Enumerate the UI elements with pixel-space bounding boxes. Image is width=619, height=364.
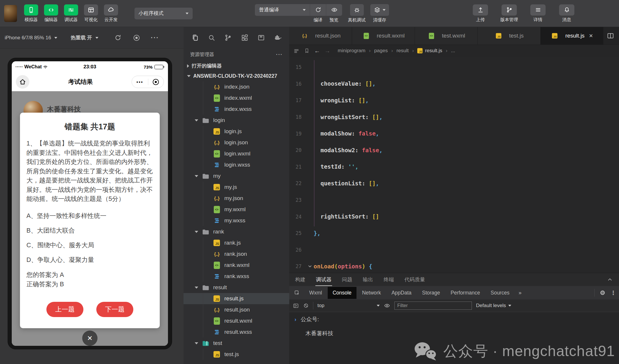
inspect-element-icon[interactable]	[294, 290, 300, 296]
outline-icon[interactable]	[293, 48, 300, 54]
live-expression-icon[interactable]	[384, 302, 390, 309]
tree-item-result.js[interactable]: JSresult.js	[184, 293, 289, 304]
tab-result.js[interactable]: JSresult.js✕	[541, 27, 603, 45]
tree-item-index.wxml[interactable]: <>index.wxml	[184, 92, 289, 104]
breadcrumb-more[interactable]: ...	[451, 48, 455, 54]
devtools-tab-wxml[interactable]: Wxml	[304, 287, 327, 299]
log-levels-select[interactable]: Default levels	[476, 303, 511, 309]
devtools-tab-sources[interactable]: Sources	[486, 287, 514, 299]
device-select[interactable]: iPhone 6/7/8 85% 16	[5, 35, 57, 41]
device-debug-button[interactable]: 真机调试	[348, 4, 366, 23]
forward-icon[interactable]: →	[324, 48, 330, 54]
tree-item-result[interactable]: result	[184, 282, 289, 293]
tree-item-login[interactable]: login	[184, 115, 289, 126]
panel-tab-终端[interactable]: 终端	[384, 276, 394, 283]
clear-console-icon[interactable]	[303, 303, 309, 309]
prev-question-button[interactable]: 上一题	[46, 302, 83, 317]
panel-tab-代码质量[interactable]: 代码质量	[405, 276, 425, 283]
collapse-panel-icon[interactable]	[607, 276, 613, 283]
tree-item-my[interactable]: my	[184, 170, 289, 182]
bookmark-icon[interactable]	[304, 48, 310, 54]
more-options-icon[interactable]: ···	[151, 34, 159, 42]
devtools-tab-performance[interactable]: Performance	[446, 287, 485, 299]
tree-item-login.wxss[interactable]: login.wxss	[184, 159, 289, 170]
tree-item-result.wxml[interactable]: <>result.wxml	[184, 315, 289, 326]
tab-result.wxml[interactable]: <>result.wxml	[352, 27, 415, 45]
visualization-button[interactable]: 可视化	[82, 4, 100, 23]
home-button[interactable]	[16, 75, 29, 89]
extensions-icon[interactable]	[241, 34, 249, 42]
fold-chevron-icon[interactable]	[307, 264, 312, 269]
restart-icon[interactable]	[114, 34, 122, 41]
compile-mode-select[interactable]: 普通编译	[255, 4, 310, 16]
tree-item-rank[interactable]: rank	[184, 226, 289, 237]
panel-toggle-icon[interactable]	[293, 303, 299, 309]
panel-tab-调试器[interactable]: 调试器	[316, 276, 332, 283]
close-modal-button[interactable]: ✕	[82, 331, 97, 346]
tree-item-test[interactable]: test	[184, 338, 289, 349]
container-icon[interactable]	[274, 34, 282, 42]
code-editor[interactable]: 1516 chooseValue: [],17 wrongList: [],18…	[289, 57, 619, 255]
npm-window-icon[interactable]	[257, 34, 265, 42]
tree-item-rank.wxml[interactable]: <>rank.wxml	[184, 260, 289, 271]
tree-item-result.json[interactable]: {..}result.json	[184, 304, 289, 315]
search-icon[interactable]	[208, 34, 216, 42]
tree-item-test.js[interactable]: JStest.js	[184, 349, 289, 360]
debugger-button[interactable]: 调试器	[62, 4, 80, 23]
console-filter-input[interactable]	[394, 302, 472, 310]
back-icon[interactable]: ←	[314, 48, 320, 54]
breadcrumb-item[interactable]: pages	[374, 48, 388, 54]
tab-test.wxml[interactable]: <>test.wxml	[415, 27, 478, 45]
hot-reload-toggle[interactable]: 热重载 开	[71, 34, 98, 41]
upload-button[interactable]: 上传	[470, 4, 491, 23]
breadcrumb-file[interactable]: JSresult.js	[417, 48, 442, 54]
version-button[interactable]: 版本管理	[499, 4, 520, 23]
tree-item-my.wxml[interactable]: <>my.wxml	[184, 204, 289, 215]
panel-tab-问题[interactable]: 问题	[342, 276, 352, 283]
tree-item-index.wxss[interactable]: index.wxss	[184, 104, 289, 115]
details-button[interactable]: 详情	[527, 4, 549, 23]
devtools-settings-icon[interactable]	[599, 289, 606, 296]
tree-item-login.js[interactable]: JSlogin.js	[184, 126, 289, 137]
files-icon[interactable]	[191, 34, 199, 42]
cloud-dev-button[interactable]: 云开发	[102, 4, 120, 23]
compile-button[interactable]	[310, 4, 326, 16]
devtools-tab-console[interactable]: Console	[328, 287, 356, 299]
editor-button[interactable]: 编辑器	[42, 4, 60, 23]
preview-button[interactable]	[326, 4, 342, 16]
tree-item-rank.json[interactable]: {..}rank.json	[184, 248, 289, 260]
close-tab-icon[interactable]: ✕	[589, 33, 593, 39]
breadcrumb-item[interactable]: result	[396, 48, 409, 54]
more-menu-icon[interactable]: •••	[137, 80, 143, 84]
tree-item-my.json[interactable]: {..}my.json	[184, 193, 289, 204]
stop-icon[interactable]	[133, 34, 140, 42]
tree-item-result.wxss[interactable]: result.wxss	[184, 326, 289, 338]
open-editors-section[interactable]: 打开的编辑器	[184, 61, 289, 71]
clear-cache-button[interactable]: 清缓存	[370, 4, 389, 23]
breadcrumb-item[interactable]: miniprogram	[338, 48, 365, 54]
more-tabs-icon[interactable]: »	[515, 290, 525, 296]
tree-item-rank.wxss[interactable]: rank.wxss	[184, 271, 289, 282]
source-control-icon[interactable]	[224, 34, 232, 42]
panel-tab-输出[interactable]: 输出	[363, 276, 373, 283]
explorer-more-icon[interactable]: ···	[276, 52, 283, 57]
tree-item-my.js[interactable]: JSmy.js	[184, 182, 289, 193]
mode-select[interactable]: 小程序模式	[134, 8, 193, 19]
tab-test.js[interactable]: JStest.js	[478, 27, 541, 45]
minimize-icon[interactable]	[153, 79, 159, 85]
user-avatar[interactable]	[4, 5, 17, 22]
tab-result.json[interactable]: {..}result.json	[289, 27, 352, 45]
tree-item-my.wxss[interactable]: my.wxss	[184, 215, 289, 226]
devtools-tab-network[interactable]: Network	[357, 287, 386, 299]
simulator-button[interactable]: 模拟器	[22, 4, 41, 23]
panel-tab-构建[interactable]: 构建	[295, 276, 305, 283]
split-editor-icon[interactable]	[607, 32, 614, 40]
devtools-tab-storage[interactable]: Storage	[417, 287, 445, 299]
next-question-button[interactable]: 下一题	[96, 302, 133, 317]
tree-item-rank.js[interactable]: JSrank.js	[184, 237, 289, 248]
expand-chevron-icon[interactable]: ›	[295, 316, 296, 323]
messages-button[interactable]: 消息	[556, 4, 577, 23]
tree-item-index.json[interactable]: {..}index.json	[184, 81, 289, 92]
project-root-section[interactable]: ANSWER-CLOUD-TK-V2-20240227	[184, 71, 289, 81]
devtools-menu-icon[interactable]: ⋮	[610, 289, 616, 296]
